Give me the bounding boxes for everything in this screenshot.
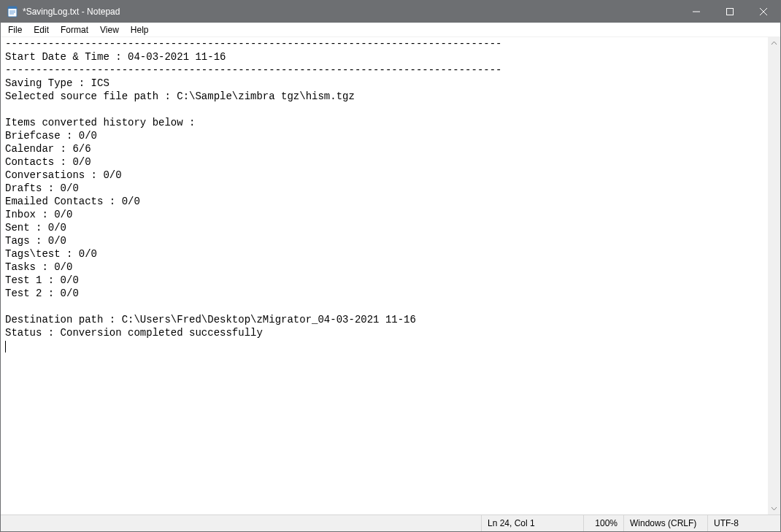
status-empty bbox=[1, 515, 481, 531]
close-button[interactable] bbox=[747, 1, 780, 23]
menu-file[interactable]: File bbox=[2, 24, 28, 36]
text-caret bbox=[5, 341, 6, 352]
menu-format[interactable]: Format bbox=[55, 24, 94, 36]
svg-rect-1 bbox=[8, 7, 17, 9]
maximize-button[interactable] bbox=[713, 1, 747, 23]
notepad-icon bbox=[7, 6, 18, 18]
statusbar: Ln 24, Col 1 100% Windows (CRLF) UTF-8 bbox=[1, 514, 780, 531]
svg-rect-6 bbox=[727, 9, 734, 15]
status-encoding: UTF-8 bbox=[707, 515, 780, 531]
minimize-button[interactable] bbox=[680, 1, 713, 23]
menu-help[interactable]: Help bbox=[125, 24, 155, 36]
menu-edit[interactable]: Edit bbox=[28, 24, 55, 36]
menubar: File Edit Format View Help bbox=[1, 23, 780, 37]
status-zoom: 100% bbox=[583, 515, 623, 531]
text-area[interactable]: ----------------------------------------… bbox=[1, 37, 780, 514]
client-area: ----------------------------------------… bbox=[1, 37, 780, 514]
window-title: *SavingLog.txt - Notepad bbox=[23, 1, 120, 23]
titlebar[interactable]: *SavingLog.txt - Notepad bbox=[1, 1, 780, 23]
status-lncol: Ln 24, Col 1 bbox=[481, 515, 583, 531]
status-line-ending: Windows (CRLF) bbox=[623, 515, 707, 531]
menu-view[interactable]: View bbox=[94, 24, 125, 36]
vertical-scrollbar[interactable] bbox=[768, 37, 780, 514]
scroll-down-button[interactable] bbox=[768, 502, 780, 514]
scroll-up-button[interactable] bbox=[768, 37, 780, 50]
